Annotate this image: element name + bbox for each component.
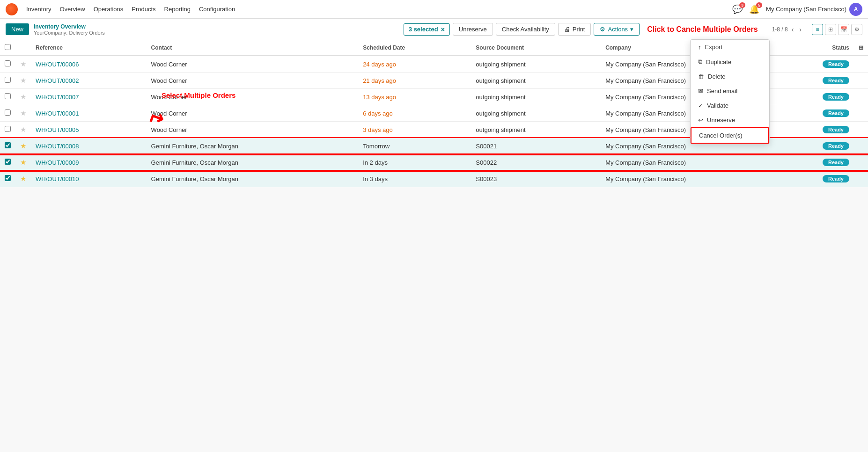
calendar-view-button[interactable]: 📅 (838, 24, 849, 35)
print-label: Print (573, 26, 585, 33)
unreserve-button[interactable]: Unreserve (453, 23, 493, 36)
breadcrumb-top[interactable]: Inventory Overview (34, 23, 105, 30)
nav-reporting[interactable]: Reporting (164, 6, 191, 13)
clear-selection-button[interactable]: × (441, 26, 445, 33)
row-contact[interactable]: Wood Corner (147, 56, 359, 73)
row-star-cell[interactable]: ★ (15, 89, 31, 105)
list-view-button[interactable]: ≡ (812, 24, 823, 35)
header-source-document[interactable]: Source Document (471, 40, 601, 56)
table-row[interactable]: ★ WH/OUT/00009 Gemini Furniture, Oscar M… (0, 154, 868, 171)
row-checkbox[interactable] (5, 93, 11, 99)
row-checkbox[interactable] (5, 126, 11, 132)
messages-button[interactable]: 🔔5 (749, 4, 759, 15)
row-star-cell[interactable]: ★ (15, 105, 31, 122)
header-scheduled-date[interactable]: Scheduled Date (358, 40, 471, 56)
row-scheduled-date: 21 days ago (358, 73, 471, 89)
row-reference[interactable]: WH/OUT/00001 (31, 105, 147, 122)
view-switcher: ≡ ⊞ 📅 ⚙ (812, 24, 862, 35)
selected-count-badge[interactable]: 3 selected × (404, 23, 450, 36)
row-star-cell[interactable]: ★ (15, 138, 31, 154)
star-icon[interactable]: ★ (20, 60, 26, 68)
row-checkbox-cell[interactable] (0, 122, 15, 138)
new-button[interactable]: New (6, 23, 29, 35)
row-checkbox[interactable] (5, 142, 11, 148)
print-button[interactable]: 🖨 Print (558, 23, 591, 36)
star-icon[interactable]: ★ (20, 158, 26, 166)
row-scheduled-date: In 2 days (358, 154, 471, 171)
email-icon: ✉ (698, 87, 703, 95)
status-badge: Ready (823, 109, 849, 117)
nav-operations[interactable]: Operations (94, 6, 124, 13)
row-checkbox-cell[interactable] (0, 73, 15, 89)
star-icon[interactable]: ★ (20, 93, 26, 101)
header-adjust-col[interactable]: ⊞ (854, 40, 868, 56)
row-contact[interactable]: Wood Corner (147, 122, 359, 138)
row-star-cell[interactable]: ★ (15, 171, 31, 187)
row-checkbox[interactable] (5, 109, 11, 116)
row-contact[interactable]: Gemini Furniture, Oscar Morgan (147, 154, 359, 171)
select-all-checkbox[interactable] (5, 44, 11, 50)
row-checkbox[interactable] (5, 60, 11, 66)
actions-button[interactable]: ⚙ Actions ▾ (594, 23, 640, 36)
star-icon[interactable]: ★ (20, 142, 26, 150)
duplicate-option[interactable]: ⧉ Duplicate (691, 54, 769, 69)
row-checkbox[interactable] (5, 77, 11, 83)
row-star-cell[interactable]: ★ (15, 122, 31, 138)
nav-products[interactable]: Products (132, 6, 155, 13)
row-reference[interactable]: WH/OUT/00005 (31, 122, 147, 138)
export-option[interactable]: ↑ Export (691, 40, 769, 54)
validate-option[interactable]: ✓ Validate (691, 98, 769, 113)
row-star-cell[interactable]: ★ (15, 56, 31, 73)
row-reference[interactable]: WH/OUT/00010 (31, 171, 147, 187)
table-row[interactable]: ★ WH/OUT/00010 Gemini Furniture, Oscar M… (0, 171, 868, 187)
row-star-cell[interactable]: ★ (15, 154, 31, 171)
row-checkbox-cell[interactable] (0, 56, 15, 73)
row-adjust-cell (854, 171, 868, 187)
star-icon[interactable]: ★ (20, 125, 26, 133)
star-icon[interactable]: ★ (20, 76, 26, 84)
star-icon[interactable]: ★ (20, 109, 26, 117)
nav-configuration[interactable]: Configuration (199, 6, 235, 13)
header-contact[interactable]: Contact (147, 40, 359, 56)
row-contact[interactable]: Gemini Furniture, Oscar Morgan (147, 171, 359, 187)
row-reference[interactable]: WH/OUT/00008 (31, 138, 147, 154)
nav-inventory[interactable]: Inventory (26, 6, 51, 13)
nav-overview[interactable]: Overview (59, 6, 85, 13)
actions-label: Actions (608, 26, 628, 33)
header-status[interactable]: Status (798, 40, 854, 56)
cancel-orders-option[interactable]: Cancel Order(s) (691, 127, 769, 144)
row-star-cell[interactable]: ★ (15, 73, 31, 89)
row-contact[interactable]: Wood Corner (147, 73, 359, 89)
delete-option[interactable]: 🗑 Delete (691, 69, 769, 84)
header-reference[interactable]: Reference (31, 40, 147, 56)
send-email-option[interactable]: ✉ Send email (691, 84, 769, 98)
kanban-view-button[interactable]: ⊞ (825, 24, 836, 35)
row-checkbox-cell[interactable] (0, 154, 15, 171)
row-contact[interactable]: Gemini Furniture, Oscar Morgan (147, 138, 359, 154)
row-reference[interactable]: WH/OUT/00009 (31, 154, 147, 171)
row-status-cell: Ready (798, 105, 854, 122)
row-reference[interactable]: WH/OUT/00006 (31, 56, 147, 73)
row-checkbox-cell[interactable] (0, 138, 15, 154)
row-checkbox-cell[interactable] (0, 171, 15, 187)
row-checkbox[interactable] (5, 175, 11, 181)
pagination-next[interactable]: › (797, 25, 803, 34)
check-availability-button[interactable]: Check Availability (496, 23, 555, 36)
row-contact[interactable]: Wood Corner (147, 89, 359, 105)
star-icon[interactable]: ★ (20, 175, 26, 182)
user-menu[interactable]: My Company (San Francisco) A (766, 3, 862, 16)
company-name: My Company (San Francisco) (766, 6, 846, 13)
row-checkbox-cell[interactable] (0, 89, 15, 105)
pagination-prev[interactable]: ‹ (790, 25, 796, 34)
row-contact[interactable]: Wood Corner (147, 105, 359, 122)
settings-view-button[interactable]: ⚙ (851, 24, 862, 35)
unreserve-option[interactable]: ↩ Unreserve (691, 113, 769, 127)
notifications-badge: 3 (739, 2, 745, 8)
notifications-button[interactable]: 💬3 (732, 4, 743, 15)
row-status-cell: Ready (798, 122, 854, 138)
row-checkbox[interactable] (5, 159, 11, 165)
row-reference[interactable]: WH/OUT/00007 (31, 89, 147, 105)
header-checkbox-col[interactable] (0, 40, 15, 56)
row-checkbox-cell[interactable] (0, 105, 15, 122)
row-reference[interactable]: WH/OUT/00002 (31, 73, 147, 89)
